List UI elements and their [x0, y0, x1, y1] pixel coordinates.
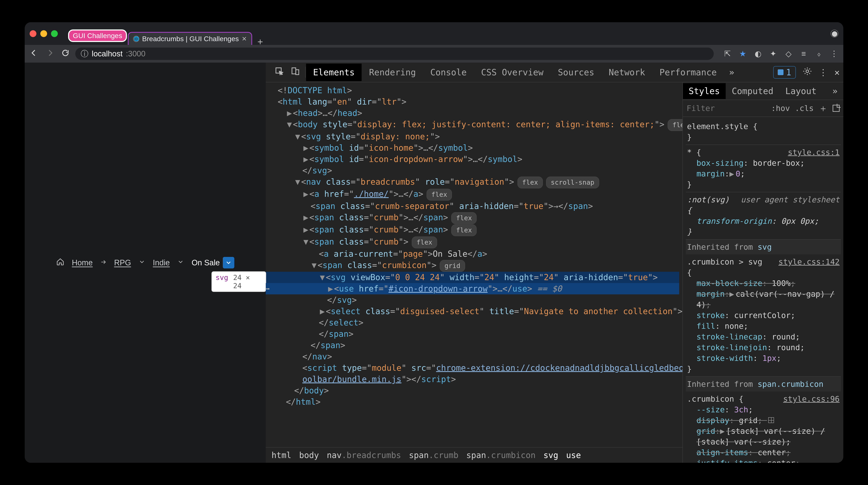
reading-list-icon[interactable]: ≡ [800, 50, 808, 58]
reload-button[interactable] [61, 49, 69, 59]
minimize-window-icon[interactable] [40, 30, 47, 37]
tab-title: Breadcrumbs | GUI Challenges [142, 35, 239, 43]
globe-icon: 🌐 [133, 36, 139, 42]
tab-gui-challenges-pinned[interactable]: GUI Challenges [68, 29, 127, 42]
more-tabs-icon[interactable]: » [724, 67, 739, 77]
breadcrumb-nav: Home RPG Indie On Sale [56, 257, 234, 268]
element-hover-tooltip: svg 24 × 24 [212, 272, 266, 291]
browser-window: GUI Challenges 🌐 Breadcrumbs | GUI Chall… [25, 22, 843, 463]
devtools-tabs: Elements Rendering Console CSS Overview … [266, 63, 843, 82]
devtools: Elements Rendering Console CSS Overview … [266, 63, 843, 463]
back-button[interactable] [30, 49, 38, 59]
tab-network[interactable]: Network [601, 64, 652, 81]
tooltip-tag: svg [216, 274, 228, 290]
tab-console[interactable]: Console [423, 64, 474, 81]
styles-filter-row: :hov .cls ＋ [683, 100, 843, 117]
extension-1-icon[interactable]: ◐ [754, 50, 762, 58]
style-rules[interactable]: element.style { } style.css:1* { box-siz… [683, 117, 843, 463]
chevron-down-icon[interactable] [177, 258, 184, 267]
elements-panel: <!DOCTYPE html> <html lang="en" dir="ltr… [266, 82, 683, 463]
profile-icon[interactable]: ◇ [784, 50, 792, 58]
fullscreen-window-icon[interactable] [51, 30, 58, 37]
kebab-menu-icon[interactable]: ⋮ [830, 50, 838, 58]
share-icon[interactable]: ⇱ [723, 50, 732, 58]
traffic-lights [30, 30, 58, 37]
styles-more-icon[interactable]: » [830, 86, 840, 96]
extensions-icon[interactable]: ✦ [769, 50, 777, 58]
svg-rect-1 [292, 68, 296, 74]
inspect-element-icon[interactable] [275, 67, 284, 78]
svg-point-3 [806, 70, 809, 73]
browser-tabs: GUI Challenges 🌐 Breadcrumbs | GUI Chall… [68, 22, 264, 45]
tooltip-dimensions: 24 × 24 [233, 274, 262, 290]
computed-toggle-icon[interactable] [833, 105, 840, 112]
tab-styles[interactable]: Styles [683, 83, 726, 99]
breadcrumb-on-sale: On Sale [191, 258, 220, 267]
new-rule-icon[interactable]: ＋ [818, 102, 828, 114]
breadcrumb-home[interactable]: Home [72, 258, 93, 267]
site-info-icon[interactable]: ⓘ [81, 49, 88, 59]
breadcrumb-rpg[interactable]: RPG [114, 258, 131, 267]
dom-breadcrumb-trail[interactable]: html body nav.breadcrumbs span.crumb spa… [266, 447, 682, 463]
tab-sources[interactable]: Sources [551, 64, 601, 81]
url-port: :3000 [126, 49, 146, 58]
devtools-close-icon[interactable]: ✕ [835, 67, 840, 77]
styles-panel: Styles Computed Layout » :hov .cls ＋ [683, 82, 843, 463]
styles-filter-input[interactable] [687, 104, 740, 113]
settings-gear-icon[interactable] [803, 67, 812, 78]
on-sale-dropdown[interactable] [223, 257, 234, 268]
toolbar-right: ⇱ ★ ◐ ✦ ◇ ≡ ⬨ ⋮ [723, 50, 838, 58]
dom-tree[interactable]: <!DOCTYPE html> <html lang="en" dir="ltr… [266, 82, 682, 447]
tab-performance[interactable]: Performance [652, 64, 723, 81]
hov-toggle[interactable]: :hov [771, 104, 790, 113]
cls-toggle[interactable]: .cls [795, 104, 814, 113]
tab-rendering[interactable]: Rendering [362, 64, 423, 81]
tab-css-overview[interactable]: CSS Overview [474, 64, 551, 81]
close-window-icon[interactable] [30, 30, 36, 37]
tab-layout[interactable]: Layout [780, 83, 822, 99]
bookmark-star-icon[interactable]: ★ [739, 50, 747, 58]
rendered-page: svg 24 × 24 Home RPG Indie On Sale [25, 63, 266, 463]
tab-breadcrumbs[interactable]: 🌐 Breadcrumbs | GUI Challenges ✕ [128, 32, 252, 45]
styles-tabs: Styles Computed Layout » [683, 82, 843, 100]
titlebar: GUI Challenges 🌐 Breadcrumbs | GUI Chall… [25, 22, 843, 45]
content-area: svg 24 × 24 Home RPG Indie On Sale [25, 63, 843, 463]
issues-badge[interactable]: 1 [773, 66, 796, 79]
devtools-kebab-icon[interactable]: ⋮ [819, 67, 828, 77]
extension-2-icon[interactable]: ⬨ [815, 50, 823, 58]
url-bar[interactable]: ⓘ localhost:3000 [75, 48, 714, 60]
device-toggle-icon[interactable] [291, 67, 300, 78]
breadcrumb-indie[interactable]: Indie [153, 258, 170, 267]
separator-icon [100, 258, 107, 267]
browser-toolbar: ⓘ localhost:3000 ⇱ ★ ◐ ✦ ◇ ≡ ⬨ ⋮ [25, 45, 843, 63]
svg-rect-2 [296, 70, 299, 75]
tab-computed[interactable]: Computed [726, 83, 779, 99]
issues-icon [778, 69, 783, 75]
chevron-down-icon[interactable] [138, 258, 146, 267]
url-host: localhost [92, 49, 123, 58]
new-tab-button[interactable]: ＋ [257, 38, 264, 45]
close-tab-icon[interactable]: ✕ [242, 35, 247, 42]
forward-button[interactable] [46, 49, 54, 59]
home-icon [56, 258, 64, 268]
tab-elements[interactable]: Elements [306, 64, 362, 81]
account-avatar-icon[interactable]: ⬤ [831, 30, 838, 37]
